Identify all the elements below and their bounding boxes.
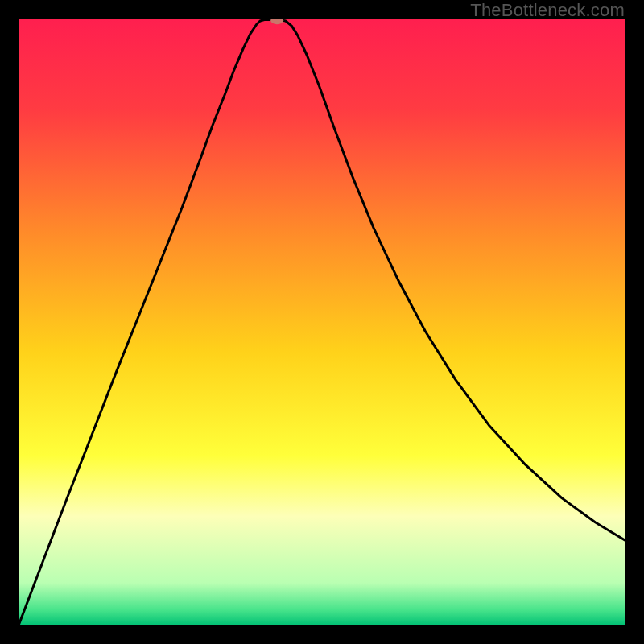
chart-svg [19,19,625,625]
chart-frame: TheBottleneck.com [0,0,644,644]
chart-plot [19,19,625,625]
chart-background [19,19,625,625]
